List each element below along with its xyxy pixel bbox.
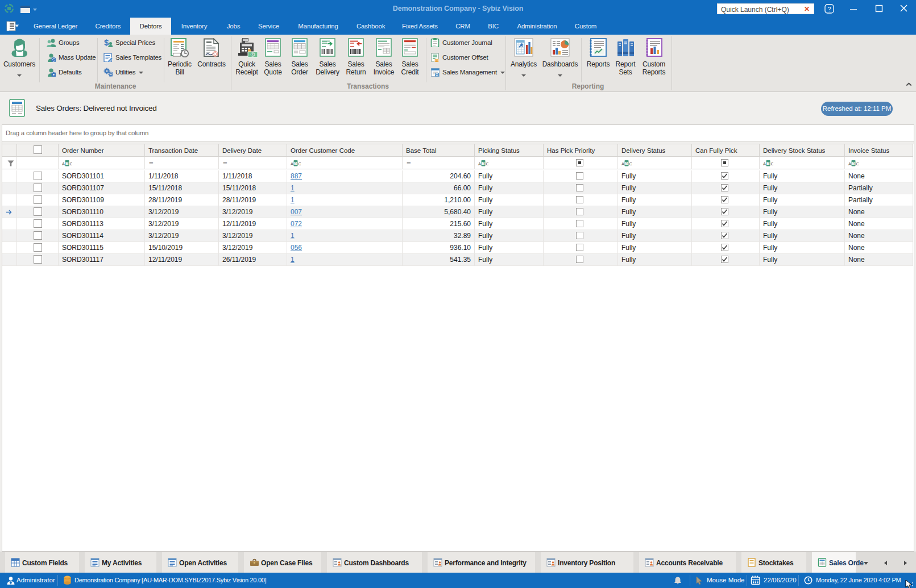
svg-text:?: ?	[827, 6, 831, 12]
svg-text:B: B	[766, 161, 770, 166]
svg-text:C: C	[771, 161, 774, 166]
svg-text:B: B	[852, 161, 855, 166]
svg-text:A: A	[62, 161, 65, 166]
svg-text:A: A	[478, 161, 481, 166]
svg-text:C: C	[856, 161, 859, 166]
svg-text:C: C	[70, 161, 73, 166]
svg-text:B: B	[65, 161, 69, 166]
svg-text:A: A	[848, 161, 851, 166]
svg-text:A: A	[763, 161, 766, 166]
svg-text:B: B	[625, 161, 628, 166]
svg-text:A: A	[291, 161, 293, 166]
svg-text:C: C	[486, 161, 489, 166]
svg-text:A: A	[621, 161, 624, 166]
svg-text:B: B	[294, 161, 297, 166]
svg-text:B: B	[482, 161, 485, 166]
svg-text:$: $	[252, 53, 254, 57]
svg-text:C: C	[629, 161, 632, 166]
svg-text:$: $	[104, 38, 109, 47]
svg-text:C: C	[299, 161, 301, 166]
